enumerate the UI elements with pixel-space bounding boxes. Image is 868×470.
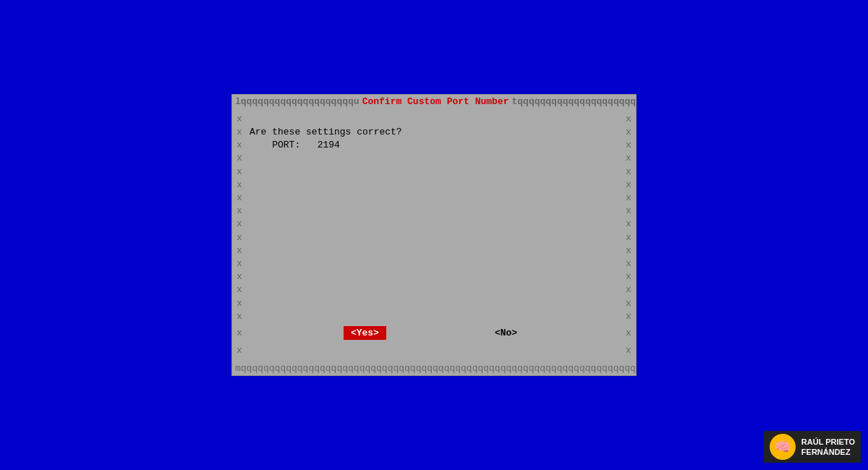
bottom-border: mqqqqqqqqqqqqqqqqqqqqqqqqqqqqqqqqqqqqqqq… (232, 362, 636, 375)
terminal-dialog: lqqqqqqqqqqqqqqqqqqqqu Confirm Custom Po… (231, 94, 637, 376)
dialog-row-e4: x x (232, 192, 636, 205)
empty-rows-block: x x x x x x x x x x x x x x x x x x x x … (232, 152, 636, 322)
dialog-title: Confirm Custom Port Number (362, 96, 509, 107)
buttons-container: <Yes> <No> (250, 323, 618, 344)
title-border-right: tqqqqqqqqqqqqqqqqqqqqqk (511, 96, 636, 107)
dialog-body: x x x Are these settings correct? x x PO… (232, 108, 636, 362)
side-char-left-q: x (232, 126, 247, 139)
dialog-row-question: x Are these settings correct? x (232, 126, 636, 139)
dialog-row-e11: x x (232, 283, 636, 296)
watermark: 🧠 RAÚL PRIETO FERNÁNDEZ (764, 431, 861, 463)
dialog-row-e12: x x (232, 297, 636, 310)
dialog-row-buttons: x <Yes> <No> x (232, 323, 636, 344)
dialog-row-e2: x x (232, 166, 636, 179)
question-text: Are these settings correct? (247, 126, 621, 139)
title-border-left: lqqqqqqqqqqqqqqqqqqqqu (235, 96, 359, 107)
side-char-right: x (621, 113, 636, 126)
side-char-left-p: x (232, 139, 247, 152)
dialog-row-e1: x x (232, 152, 636, 165)
watermark-text: RAÚL PRIETO FERNÁNDEZ (801, 437, 855, 458)
dialog-row-e3: x x (232, 179, 636, 192)
watermark-icon: 🧠 (770, 434, 796, 460)
dialog-row-empty-1: x x (232, 113, 636, 126)
title-bar: lqqqqqqqqqqqqqqqqqqqqu Confirm Custom Po… (232, 95, 636, 108)
side-char-right-btn: x (621, 327, 636, 340)
dialog-row-e6: x x (232, 218, 636, 231)
side-char-right-q: x (621, 126, 636, 139)
dialog-row-last: x x (232, 344, 636, 357)
port-info: PORT: 2194 (247, 139, 621, 152)
watermark-line1: RAÚL PRIETO (801, 437, 855, 447)
no-button[interactable]: <No> (488, 326, 524, 340)
side-char-right-p: x (621, 139, 636, 152)
dialog-row-e10: x x (232, 270, 636, 283)
dialog-row-e5: x x (232, 205, 636, 218)
dialog-row-e8: x x (232, 244, 636, 257)
yes-button[interactable]: <Yes> (344, 326, 386, 340)
watermark-line2: FERNÁNDEZ (801, 447, 855, 457)
dialog-row-e13: x x (232, 310, 636, 323)
dialog-row-port: x PORT: 2194 x (232, 139, 636, 152)
dialog-row-e9: x x (232, 257, 636, 270)
side-char-left: x (232, 113, 247, 126)
side-char-left-btn: x (232, 327, 247, 340)
dialog-row-e7: x x (232, 231, 636, 244)
